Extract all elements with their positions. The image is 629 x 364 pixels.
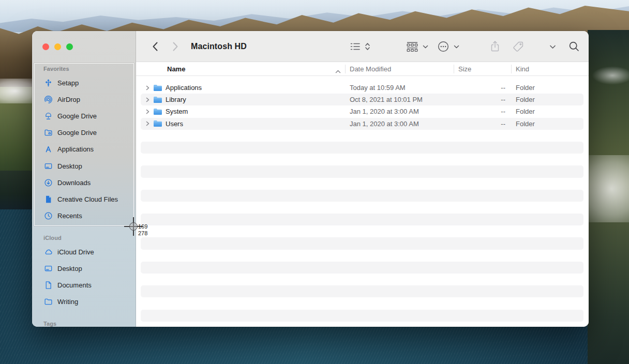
file-size: --	[501, 94, 505, 105]
table-row-empty	[136, 178, 589, 190]
sidebar-item-airdrop[interactable]: AirDrop	[32, 91, 136, 108]
table-row-empty	[136, 154, 589, 165]
sidebar-section-favorites: FavoritesSetappAirDropGoogle DriveGoogle…	[32, 63, 136, 224]
file-kind: Folder	[516, 118, 535, 130]
file-size: --	[501, 118, 505, 130]
desktop-icon	[44, 264, 53, 273]
window-title: Macintosh HD	[191, 31, 247, 62]
table-row[interactable]: ApplicationsToday at 10:59 AM--Folder	[136, 82, 589, 94]
sidebar-item-label: Writing	[57, 298, 78, 306]
file-name: System	[166, 105, 188, 117]
file-date-modified: Jan 1, 2020 at 3:00 AM	[350, 118, 419, 130]
table-row-empty	[136, 202, 589, 214]
more-actions-chevron-icon[interactable]	[453, 40, 460, 53]
table-row-empty	[136, 262, 589, 274]
sidebar-item-desktop[interactable]: Desktop	[32, 260, 136, 277]
sidebar-item-documents[interactable]: Documents	[32, 277, 136, 293]
file-date-modified: Jan 1, 2020 at 3:00 AM	[350, 105, 419, 117]
finder-toolbar: Macintosh HD	[136, 31, 589, 62]
finder-window: FavoritesSetappAirDropGoogle DriveGoogle…	[32, 31, 589, 327]
sidebar-section-header: iCloud	[32, 232, 136, 244]
toolbar-overflow-chevron-icon[interactable]	[549, 40, 557, 53]
table-row[interactable]: UsersJan 1, 2020 at 3:00 AM--Folder	[136, 118, 589, 130]
file-kind: Folder	[516, 94, 535, 105]
file-date-modified: Today at 10:59 AM	[350, 82, 406, 94]
search-icon[interactable]	[568, 40, 580, 53]
sidebar-item-label: Google Drive	[57, 129, 97, 136]
table-row-empty	[136, 237, 589, 249]
sidebar-section-icloud: iCloudiCloud DriveDesktopDocumentsWritin…	[32, 232, 136, 310]
list-column-headers: Name Date Modified Size Kind	[136, 62, 589, 76]
sidebar-section-header: Favorites	[32, 63, 136, 74]
folder-icon	[153, 82, 162, 94]
view-updown-chevrons-icon[interactable]	[364, 40, 371, 53]
documents-icon	[44, 281, 53, 290]
tag-icon	[512, 40, 525, 53]
airdrop-icon	[44, 95, 53, 104]
table-row-empty	[136, 274, 589, 285]
folder-icon	[153, 94, 162, 105]
sidebar-item-label: Google Drive	[57, 112, 97, 120]
sidebar-item-google-drive[interactable]: Google Drive	[32, 108, 136, 124]
sidebar-item-label: Recents	[57, 212, 82, 220]
file-size: --	[501, 82, 505, 94]
disclosure-chevron-icon[interactable]	[145, 82, 150, 94]
view-list-icon[interactable]	[350, 40, 361, 53]
back-button[interactable]	[148, 40, 161, 53]
folder-icon	[153, 118, 162, 130]
table-row-empty	[136, 297, 589, 309]
setapp-icon	[44, 79, 53, 87]
table-row[interactable]: SystemJan 1, 2020 at 3:00 AM--Folder	[136, 105, 589, 117]
table-row-empty	[136, 310, 589, 322]
minimize-button[interactable]	[54, 43, 61, 50]
table-row-empty	[136, 130, 589, 142]
sidebar-section-tags: Tags	[32, 318, 136, 327]
column-header-name[interactable]: Name	[167, 62, 185, 76]
sidebar-item-label: Creative Cloud Files	[57, 195, 118, 203]
forward-button[interactable]	[169, 40, 182, 53]
sidebar-item-creative-cloud-files[interactable]: Creative Cloud Files	[32, 191, 136, 207]
table-row-empty	[136, 214, 589, 225]
disclosure-chevron-icon[interactable]	[145, 94, 150, 105]
file-name: Applications	[166, 82, 202, 94]
sidebar-item-google-drive[interactable]: Google Drive	[32, 125, 136, 141]
sidebar-item-label: iCloud Drive	[57, 248, 94, 256]
window-controls	[42, 43, 73, 50]
share-icon	[490, 40, 500, 53]
sidebar-item-label: Documents	[57, 281, 92, 289]
column-divider[interactable]	[511, 65, 512, 73]
google-drive-folder-icon	[44, 128, 53, 137]
sidebar-item-label: Downloads	[57, 179, 91, 187]
column-header-size[interactable]: Size	[458, 62, 471, 76]
table-row-empty	[136, 142, 589, 154]
file-date-modified: Oct 8, 2021 at 10:01 PM	[350, 94, 423, 105]
recents-icon	[44, 211, 53, 220]
file-kind: Folder	[516, 82, 535, 94]
sidebar-item-label: Desktop	[57, 162, 82, 170]
sidebar-item-setapp[interactable]: Setapp	[32, 74, 136, 91]
disclosure-chevron-icon[interactable]	[145, 118, 150, 130]
close-button[interactable]	[42, 43, 49, 50]
sort-ascending-icon[interactable]	[335, 67, 341, 76]
sidebar-item-recents[interactable]: Recents	[32, 208, 136, 224]
zoom-button[interactable]	[66, 43, 73, 50]
column-header-kind[interactable]: Kind	[516, 62, 529, 76]
sidebar-item-label: Desktop	[57, 265, 82, 272]
column-divider[interactable]	[454, 65, 454, 73]
sidebar-item-writing[interactable]: Writing	[32, 294, 136, 310]
folder-outline-icon	[44, 297, 53, 306]
column-header-date-modified[interactable]: Date Modified	[350, 62, 391, 76]
sidebar-item-applications[interactable]: Applications	[32, 141, 136, 158]
sidebar-item-icloud-drive[interactable]: iCloud Drive	[32, 244, 136, 260]
file-name: Users	[166, 118, 183, 130]
more-actions-icon[interactable]	[437, 40, 450, 53]
group-by-icon[interactable]	[406, 40, 419, 53]
group-by-chevron-icon[interactable]	[422, 40, 429, 53]
sidebar-item-downloads[interactable]: Downloads	[32, 174, 136, 191]
table-row[interactable]: LibraryOct 8, 2021 at 10:01 PM--Folder	[136, 94, 589, 105]
disclosure-chevron-icon[interactable]	[145, 105, 150, 117]
sidebar-section-header: Tags	[32, 318, 136, 327]
applications-icon	[44, 145, 53, 154]
sidebar-item-desktop[interactable]: Desktop	[32, 158, 136, 174]
column-divider[interactable]	[345, 65, 346, 73]
